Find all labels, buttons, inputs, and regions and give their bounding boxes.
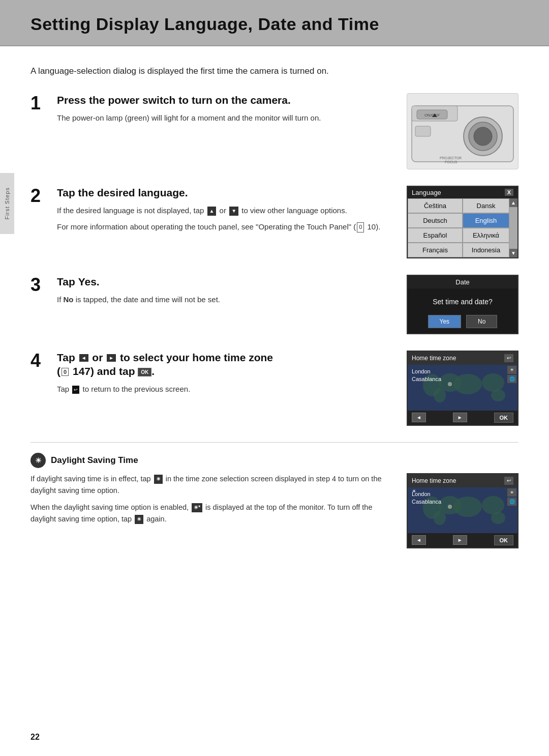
note-icon: ☀ <box>30 453 46 468</box>
tz-icon-top[interactable]: ☀ <box>507 366 516 374</box>
note-header: ☀ Daylight Saving Time <box>30 453 518 468</box>
scroll-up-btn[interactable]: ▲ <box>509 198 517 207</box>
tz-bottom-bar-2: ◄ ► OK <box>408 533 517 547</box>
step-4: 4 Tap ◄ or ► to select your home time zo… <box>30 351 518 426</box>
step-3-yes: Yes <box>78 276 97 287</box>
step-2: 2 Tap the desired language. If the desir… <box>30 186 518 258</box>
right-arrow-icon: ► <box>107 354 116 362</box>
dst-off-icon: ☀ <box>135 515 143 524</box>
back-icon: ↩ <box>72 386 79 394</box>
header-bar: Setting Display Language, Date and Time <box>0 0 549 46</box>
svg-rect-7 <box>415 126 431 136</box>
step-1-image: ON/OFF PROJECTOR FOCUS <box>407 93 518 169</box>
note-section: ☀ Daylight Saving Time If daylight savin… <box>30 453 518 548</box>
date-title-bar: Date <box>408 276 517 288</box>
tz-bottom-bar: ◄ ► OK <box>408 411 517 425</box>
tz-icon-bottom-2[interactable]: 🌐 <box>507 498 516 506</box>
tz-back-icon-2[interactable]: ↩ <box>504 477 513 485</box>
lang-cell-indonesia[interactable]: Indonesia <box>463 243 509 257</box>
step-2-number: 2 <box>30 187 57 205</box>
step-4-row: Tap ◄ or ► to select your home time zone… <box>57 351 518 426</box>
lang-cell-greek[interactable]: Ελληνικά <box>463 228 509 243</box>
step-2-desc2: For more information about operating the… <box>57 221 386 233</box>
lang-close-btn[interactable]: X <box>505 189 513 196</box>
dst-enabled-icon: ☀* <box>192 503 202 512</box>
svg-point-25 <box>491 512 505 524</box>
tz-ok-btn-2[interactable]: OK <box>494 535 514 545</box>
book-ref-147: 0 <box>62 368 69 376</box>
note-row: If daylight saving time is in effect, ta… <box>30 473 518 548</box>
no-button[interactable]: No <box>466 315 497 328</box>
lang-title: Language <box>412 189 441 196</box>
date-buttons: Yes No <box>414 315 511 328</box>
step-4-desc: Tap ↩ to return to the previous screen. <box>57 383 386 395</box>
tz-city-label-2: London Casablanca <box>412 490 441 506</box>
step-4-text: Tap ◄ or ► to select your home time zone… <box>57 351 386 400</box>
lang-cell-cestina[interactable]: Čeština <box>408 198 463 213</box>
book-ref-icon: 0 <box>357 222 364 232</box>
page-title: Setting Display Language, Date and Time <box>30 14 518 34</box>
tz-dialog-2: Home time zone ↩ <box>407 473 518 548</box>
step-3-no: No <box>64 295 74 304</box>
lang-cell-english[interactable]: English <box>463 213 509 228</box>
sidebar-label: First Steps <box>0 173 14 234</box>
left-arrow-icon: ◄ <box>79 354 88 362</box>
tz-next-btn[interactable]: ► <box>453 413 467 422</box>
tz-back-icon[interactable]: ↩ <box>504 354 513 362</box>
lang-cell-dansk[interactable]: Dansk <box>463 198 509 213</box>
tz-map: London Casablanca <box>408 365 517 411</box>
lang-grid: Čeština Dansk Deutsch English Español Ελ… <box>408 198 517 257</box>
page-number: 22 <box>30 733 40 742</box>
step-4-body: Tap ◄ or ► to select your home time zone… <box>57 351 518 426</box>
step-4-number: 4 <box>30 352 57 370</box>
up-arrow-icon: ▲ <box>207 207 217 216</box>
svg-point-15 <box>482 373 504 392</box>
svg-point-26 <box>434 511 446 525</box>
intro-text: A language-selection dialog is displayed… <box>30 65 518 78</box>
tz-title-bar-2: Home time zone ↩ <box>408 474 517 487</box>
step-1-row: Press the power switch to turn on the ca… <box>57 93 518 169</box>
step-3-desc: If No is tapped, the date and time will … <box>57 294 386 306</box>
tz-icon-bottom[interactable]: 🌐 <box>507 375 516 383</box>
tz-side-icons: ☀ 🌐 <box>506 365 517 384</box>
tz-map-wrapper-2: ☀ London Casablanca ☀ 🌐 <box>408 487 517 533</box>
svg-point-14 <box>453 374 482 394</box>
scroll-down-btn[interactable]: ▼ <box>509 249 517 257</box>
note-body-1: If daylight saving time is in effect, ta… <box>30 473 386 497</box>
step-2-image: Language X Čeština Dansk Deutsch English <box>407 186 518 258</box>
tz-dialog: Home time zone ↩ <box>407 351 518 426</box>
yes-button[interactable]: Yes <box>428 315 462 328</box>
step-3-title: Tap Yes. <box>57 275 386 288</box>
tz-next-btn-2[interactable]: ► <box>453 535 467 545</box>
lang-cell-espanol[interactable]: Español <box>408 228 463 243</box>
note-body-2: When the daylight saving time option is … <box>30 502 386 525</box>
step-1-title: Press the power switch to turn on the ca… <box>57 93 386 107</box>
page: Setting Display Language, Date and Time … <box>0 0 549 756</box>
step-1-body: Press the power switch to turn on the ca… <box>57 93 518 169</box>
svg-text:ON/OFF: ON/OFF <box>424 113 440 118</box>
step-2-desc1: If the desired language is not displayed… <box>57 205 386 217</box>
tz-side-icons-2: ☀ 🌐 <box>506 487 517 507</box>
date-body: Set time and date? Yes No <box>408 288 517 333</box>
tz-title: Home time zone <box>412 355 456 362</box>
step-1-desc: The power-on lamp (green) will light for… <box>57 112 386 124</box>
step-3-row: Tap Yes. If No is tapped, the date and t… <box>57 275 518 334</box>
step-3-image: Date Set time and date? Yes No <box>407 275 518 334</box>
lang-cell-francais[interactable]: Français <box>408 243 463 257</box>
note-text: If daylight saving time is in effect, ta… <box>30 473 386 531</box>
note-title: Daylight Saving Time <box>51 455 138 466</box>
tz-ok-btn[interactable]: OK <box>494 413 514 423</box>
lang-cell-deutsch[interactable]: Deutsch <box>408 213 463 228</box>
tz-title-bar: Home time zone ↩ <box>408 352 517 365</box>
down-arrow-icon: ▼ <box>229 207 238 216</box>
tz-map-2: ☀ London Casablanca <box>408 487 517 533</box>
lang-grid-wrapper: Čeština Dansk Deutsch English Español Ελ… <box>408 198 517 257</box>
tz-icon-top-2[interactable]: ☀ <box>507 488 516 497</box>
svg-point-24 <box>482 496 504 514</box>
ok-btn-icon: OK <box>138 368 151 376</box>
camera-image: ON/OFF PROJECTOR FOCUS <box>407 93 518 169</box>
tz-prev-btn-2[interactable]: ◄ <box>412 535 426 545</box>
svg-point-4 <box>474 127 492 146</box>
step-3: 3 Tap Yes. If No is tapped, the date and… <box>30 275 518 334</box>
tz-prev-btn[interactable]: ◄ <box>412 413 426 422</box>
